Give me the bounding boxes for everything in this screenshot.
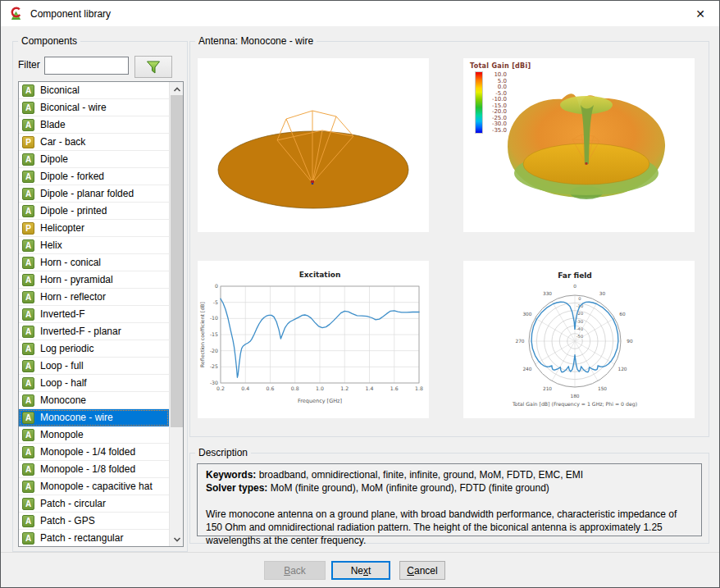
antenna-icon: A [22,102,34,114]
component-item-horn-pyramidal[interactable]: AHorn - pyramidal [19,271,169,289]
antenna-icon: A [22,119,34,131]
component-item-label: Dipole - printed [40,205,107,217]
antenna-icon: A [22,291,34,303]
component-item-horn-reflector[interactable]: AHorn - reflector [19,289,169,306]
colorbar-ticks: 10.0 5.0 0.0 -5.0 -10.0 -15.0 -20.0 -25.… [485,71,507,134]
component-item-inverted-f-planar[interactable]: AInverted-F - planar [19,323,169,340]
component-item-monocone-wire[interactable]: AMonocone - wire [19,409,169,426]
description-body: Wire monocone antenna on a ground plane,… [206,508,693,547]
component-item-monopole-1-8-folded[interactable]: AMonopole - 1/8 folded [19,461,169,478]
next-button[interactable]: Next [331,561,390,580]
antenna-icon: A [22,343,34,355]
colorbar-tick: -35.0 [485,128,507,134]
component-item-biconical-wire[interactable]: ABiconical - wire [19,99,169,116]
component-item-horn-conical[interactable]: AHorn - conical [19,254,169,271]
component-item-dipole-forked[interactable]: ADipole - forked [19,168,169,185]
component-item-helix[interactable]: AHelix [19,237,169,254]
svg-text:210: 210 [543,386,552,391]
svg-text:0.4: 0.4 [241,385,249,391]
component-item-loop-full[interactable]: ALoop - full [19,358,169,375]
component-item-loop-half[interactable]: ALoop - half [19,375,169,392]
component-item-patch-rectangular[interactable]: APatch - rectangular [19,530,169,547]
component-item-label: Dipole - planar folded [40,188,134,199]
svg-text:-10: -10 [210,315,218,321]
keywords-label: Keywords: [206,469,256,481]
svg-text:0.8: 0.8 [291,385,299,391]
component-item-label: Monocone - wire [40,412,113,423]
svg-text:330: 330 [543,291,552,296]
antenna-icon: A [22,446,34,458]
scroll-up-button[interactable] [170,82,184,96]
component-item-label: Biconical [40,84,80,96]
antenna-icon: A [22,429,34,441]
excitation-chart: 0.20.40.60.81.01.21.41.61.80-5-10-15-20-… [198,261,429,418]
svg-text:180: 180 [570,394,579,399]
svg-text:1.8: 1.8 [415,385,423,391]
svg-text:Excitation: Excitation [299,271,341,279]
keywords-text: broadband, omnidirectional, finite, infi… [256,469,583,481]
scroll-up-icon [173,86,181,93]
component-item-log-periodic[interactable]: ALog periodic [19,340,169,358]
scroll-down-button[interactable] [170,532,184,546]
list-scrollbar[interactable] [169,82,183,546]
svg-text:0.2: 0.2 [216,385,225,391]
antenna-icon: A [22,239,34,252]
svg-text:90: 90 [627,339,633,344]
component-item-monopole[interactable]: AMonopole [19,426,169,444]
component-item-helicopter[interactable]: PHelicopter [19,220,169,237]
filter-button[interactable] [134,56,172,78]
component-item-dipole-printed[interactable]: ADipole - printed [19,203,169,220]
antenna-icon: A [22,257,34,269]
svg-text:0: 0 [215,283,218,289]
component-item-monopole-capacitive-hat[interactable]: AMonopole - capacitive hat [19,478,169,495]
svg-text:120: 120 [617,367,627,371]
svg-text:1.2: 1.2 [340,385,349,391]
component-item-dipole-planar-folded[interactable]: ADipole - planar folded [19,185,169,203]
svg-text:-20: -20 [210,348,218,353]
svg-text:1.4: 1.4 [366,385,374,391]
filter-input[interactable] [44,57,129,75]
component-item-monopole-1-4-folded[interactable]: AMonopole - 1/4 folded [19,444,169,461]
component-item-label: Car - back [40,136,85,148]
component-item-label: Loop - full [40,360,84,371]
component-library-dialog: Component library ✕ Components Filter AB… [0,0,720,588]
svg-text:300: 300 [522,312,531,317]
svg-text:-40: -40 [576,326,583,331]
svg-text:1.6: 1.6 [390,385,399,391]
funnel-icon [145,60,162,75]
component-item-biconical[interactable]: ABiconical [19,82,169,99]
component-item-inverted-f[interactable]: AInverted-F [19,306,169,323]
component-item-label: Biconical - wire [40,102,107,113]
scrollbar-thumb[interactable] [171,95,183,427]
component-item-label: Monopole - capacitive hat [40,481,153,492]
svg-text:60: 60 [619,312,626,317]
component-item-monocone[interactable]: AMonocone [19,392,169,409]
svg-text:Far field: Far field [558,271,592,280]
svg-text:270: 270 [515,339,524,344]
components-group: Components Filter ABiconicalABiconical -… [12,41,188,552]
platform-icon: P [22,222,34,235]
solver-types-line: Solver types: MoM (finite ground), MoM (… [206,481,693,495]
svg-text:0: 0 [573,284,576,289]
antenna-icon: A [22,515,34,527]
description-group: Description Keywords: broadband, omnidir… [189,453,709,544]
button-separator [1,552,719,553]
svg-text:0.6: 0.6 [267,385,275,391]
svg-text:Frequency [GHz]: Frequency [GHz] [298,398,342,404]
component-item-blade[interactable]: ABlade [19,116,169,134]
close-button[interactable]: ✕ [681,1,719,26]
component-item-patch-circular[interactable]: APatch - circular [19,495,169,513]
component-item-car-back[interactable]: PCar - back [19,134,169,151]
back-button[interactable]: Back [264,561,326,580]
component-item-dipole[interactable]: ADipole [19,151,169,168]
component-item-patch-gps[interactable]: APatch - GPS [19,513,169,530]
antenna-icon: A [22,481,34,493]
svg-text:-15: -15 [210,331,218,337]
cancel-button[interactable]: Cancel [399,561,445,580]
antenna-icon: A [22,532,34,545]
component-item-label: Log periodic [40,343,93,354]
svg-text:0: 0 [578,296,581,301]
window-title: Component library [30,8,111,20]
component-item-label: Inverted-F [40,308,85,320]
component-list: ABiconicalABiconical - wireABladePCar - … [18,81,184,547]
